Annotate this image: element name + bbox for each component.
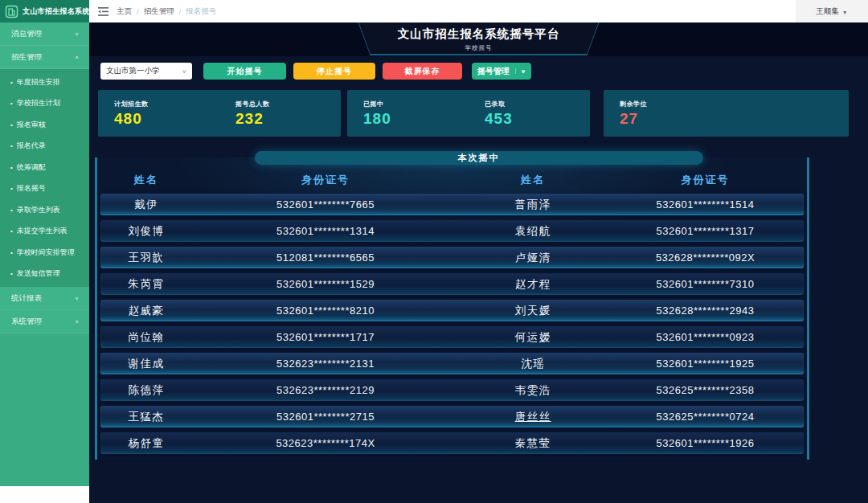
sidebar-item-label: 报名摇号: [17, 183, 46, 194]
bullet-icon: •: [10, 207, 13, 214]
student-id-cell: 532623********2129: [192, 384, 460, 396]
tab-current-round[interactable]: 本次摇中: [255, 151, 703, 165]
student-name-cell: 唐丝丝: [459, 410, 607, 424]
chevron-down-icon: ∨: [75, 319, 79, 324]
breadcrumb: 主页/招生管理/报名摇号: [117, 6, 216, 17]
column-header: 身份证号: [607, 173, 804, 187]
sidebar-item[interactable]: •学校招生计划: [0, 93, 89, 115]
student-id-cell: 532601********1717: [192, 331, 460, 343]
app-logo-bar: 文山市招生报名系统: [0, 0, 89, 22]
bullet-icon: •: [10, 270, 13, 277]
student-name-cell: 普雨泽: [459, 198, 607, 212]
sidebar-item[interactable]: •报名摇号: [0, 178, 89, 200]
breadcrumb-item: 报名摇号: [186, 6, 216, 17]
stat-label: 摇号总人数: [235, 100, 341, 108]
student-id-cell: 532601********1514: [607, 198, 804, 211]
dropdown-caret-icon[interactable]: ∨: [515, 68, 526, 74]
stat-label: 已摇中: [363, 100, 469, 108]
bullet-icon: •: [10, 249, 13, 256]
building-logo-icon: [5, 5, 18, 18]
stat-block: 已录取453: [469, 100, 590, 128]
student-id-cell: 512081********6565: [192, 251, 460, 264]
sidebar-item[interactable]: •未提交学生列表: [0, 221, 89, 243]
student-id-cell: 532601********0923: [607, 331, 804, 343]
banner-title: 文山市招生报名系统摇号平台: [398, 27, 560, 42]
student-name-cell: 戴伊: [100, 198, 192, 212]
sidebar-item-label: 报名代录: [17, 141, 46, 151]
button-label: 开始摇号: [227, 66, 263, 77]
student-id-cell: 532623********174X: [192, 437, 460, 449]
student-id-cell: 532601********1925: [607, 358, 804, 370]
student-id-cell: 532625********0724: [607, 411, 804, 423]
student-id-cell: 532601********1529: [192, 278, 460, 290]
student-name-cell: 沈瑶: [459, 357, 607, 371]
select-caret-icon: ∨: [182, 68, 186, 74]
sidebar-item[interactable]: •年度招生安排: [0, 72, 89, 93]
sidebar-item-label: 学校时间安排管理: [17, 247, 75, 258]
student-name-cell: 谢佳成: [100, 357, 192, 371]
content: 文山市招生报名系统摇号平台 学校摇号 文山市第一小学 ∨ 开始摇号停止摇号截屏保…: [89, 22, 868, 503]
sidebar-group[interactable]: 系统管理∨: [0, 310, 89, 333]
stat-card: 已摇中180已录取453: [347, 90, 590, 137]
sidebar-item-label: 报名审核: [17, 120, 46, 130]
breadcrumb-item[interactable]: 招生管理: [144, 6, 174, 17]
user-name: 王顺集: [816, 6, 839, 17]
student-name-cell: 王羽歆: [100, 251, 192, 265]
sidebar-group[interactable]: 招生管理∧: [0, 46, 89, 69]
button-开始摇号[interactable]: 开始摇号: [203, 63, 286, 80]
button-label: 截屏保存: [405, 66, 440, 77]
school-select-value: 文山市第一小学: [106, 66, 160, 76]
sidebar-collapse-icon[interactable]: [98, 7, 108, 16]
student-name-cell: 韦雯浩: [459, 383, 607, 398]
student-name-cell: 陈德萍: [100, 383, 192, 398]
table-row: 王猛杰532601********2715唐丝丝532625********07…: [100, 406, 804, 427]
sidebar-group[interactable]: 统计报表∨: [0, 287, 89, 310]
column-header: 姓名: [100, 173, 192, 187]
bullet-icon: •: [10, 227, 13, 235]
student-name-cell: 尚位翰: [100, 330, 192, 345]
banner-subtitle: 学校摇号: [465, 44, 493, 52]
sidebar: 文山市招生报名系统 消息管理∨招生管理∧•年度招生安排•学校招生计划•报名审核•…: [0, 0, 89, 503]
student-id-cell: 532601********1926: [607, 437, 804, 449]
button-label: 摇号管理: [477, 66, 510, 77]
sidebar-item[interactable]: •统筹调配: [0, 157, 89, 178]
button-group: 开始摇号停止摇号截屏保存摇号管理∨: [192, 63, 531, 80]
breadcrumb-item[interactable]: 主页: [117, 6, 132, 17]
sidebar-item-label: 统筹调配: [17, 162, 46, 173]
sidebar-item[interactable]: •发送短信管理: [0, 264, 89, 285]
student-id-cell: 532601********1314: [192, 225, 460, 237]
student-name-cell: 刘天媛: [459, 304, 607, 318]
sidebar-background: 文山市招生报名系统 消息管理∨招生管理∧•年度招生安排•学校招生计划•报名审核•…: [0, 0, 89, 486]
app-window: 文山市招生报名系统 消息管理∨招生管理∧•年度招生安排•学校招生计划•报名审核•…: [0, 0, 868, 503]
sidebar-item[interactable]: •报名审核: [0, 114, 89, 136]
sidebar-item[interactable]: •录取学生列表: [0, 199, 89, 221]
stat-value: 453: [485, 110, 590, 128]
sidebar-item[interactable]: •报名代录: [0, 136, 89, 157]
student-name-cell: 杨舒童: [100, 436, 192, 451]
table-row: 王羽歆512081********6565卢娅清532628********09…: [100, 247, 804, 268]
student-name-cell: 赵才程: [459, 277, 607, 292]
breadcrumb-separator: /: [137, 7, 139, 16]
button-摇号管理[interactable]: 摇号管理∨: [472, 63, 531, 80]
user-menu[interactable]: 王顺集 ▼: [796, 0, 868, 22]
sidebar-group-label: 招生管理: [11, 52, 42, 63]
button-停止摇号[interactable]: 停止摇号: [293, 63, 375, 80]
school-select[interactable]: 文山市第一小学 ∨: [100, 63, 192, 80]
student-name-cell: 朱芮霄: [100, 277, 192, 292]
platform-banner: 文山市招生报名系统摇号平台 学校摇号: [358, 22, 600, 55]
stat-card: 剩余学位27: [604, 90, 849, 137]
sidebar-item[interactable]: •学校时间安排管理: [0, 242, 89, 264]
bullet-icon: •: [10, 142, 13, 149]
sidebar-group[interactable]: 消息管理∨: [0, 22, 89, 46]
column-header: 身份证号: [192, 173, 460, 187]
column-header: 姓名: [459, 173, 607, 187]
breadcrumb-separator: /: [179, 7, 182, 16]
button-label: 停止摇号: [317, 66, 352, 77]
stat-label: 计划招生数: [114, 100, 219, 108]
student-id-cell: 532628********092X: [607, 251, 804, 264]
table-row: 谢佳成532623********2131沈瑶532601********192…: [100, 353, 804, 374]
controls-row: 文山市第一小学 ∨ 开始摇号停止摇号截屏保存摇号管理∨: [100, 63, 857, 80]
button-截屏保存[interactable]: 截屏保存: [383, 63, 462, 80]
student-id-cell: 532601********1317: [607, 225, 804, 237]
user-caret-icon: ▼: [842, 10, 848, 15]
